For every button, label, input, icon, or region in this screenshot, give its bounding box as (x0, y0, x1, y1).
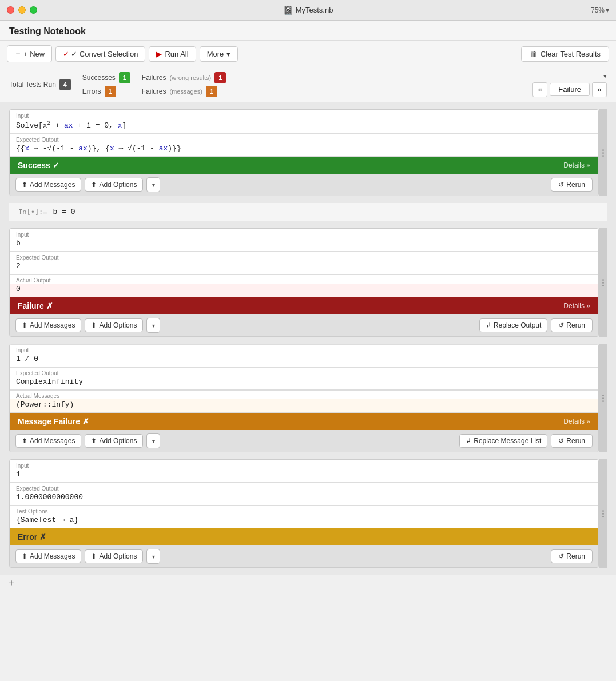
up-icon-4: ⬆ (91, 321, 97, 329)
replace-icon: ↲ (486, 321, 491, 329)
up-icon-7: ⬆ (22, 552, 27, 560)
test2-actual-section: Actual Output 0 (10, 274, 598, 297)
test1-add-messages-button[interactable]: ⬆ Add Messages (15, 178, 81, 192)
test-block-1: Input Solve[x2 + ax + 1 = 0, x] Expected… (9, 109, 607, 196)
maximize-button[interactable] (30, 6, 37, 14)
test3-input-section: Input 1 / 0 (10, 344, 598, 367)
test3-replace-message-button[interactable]: ↲ Replace Message List (459, 434, 547, 448)
check-icon: ✓ (63, 50, 69, 58)
trash-icon: 🗑 (530, 50, 537, 58)
test2-details-link[interactable]: Details » (563, 302, 590, 310)
test4-status-bar: Error ✗ (10, 528, 598, 545)
test4-status-label: Error ✗ (18, 532, 46, 541)
errors-badge: 1 (105, 86, 116, 97)
test2-expected-value: 2 (10, 261, 598, 274)
test1-expected-label: Expected Output (10, 134, 598, 143)
convert-selection-button[interactable]: ✓ ✓ Convert Selection (55, 46, 145, 62)
test3-expected-section: Expected Output ComplexInfinity (10, 367, 598, 390)
test2-actual-label: Actual Output (10, 275, 598, 284)
test3-rerun-button[interactable]: ↺ Rerun (551, 434, 593, 448)
test1-input-value: Solve[x2 + ax + 1 = 0, x] (10, 119, 598, 133)
add-cell-button[interactable]: ＋ (7, 577, 16, 589)
test2-input-value: b (10, 238, 598, 251)
window-title: 📓 MyTests.nb (283, 6, 333, 15)
test-block-4: Input 1 Expected Output 1.0000000000000 … (9, 459, 607, 568)
test1-add-options-button[interactable]: ⬆ Add Options (85, 178, 143, 192)
up-icon-2: ⬆ (91, 181, 97, 189)
failures-msg-badge: 1 (206, 86, 217, 97)
test3-details-link[interactable]: Details » (563, 417, 590, 425)
test4-options-label: Test Options (10, 506, 598, 515)
test4-expected-label: Expected Output (10, 483, 598, 492)
test2-add-options-button[interactable]: ⬆ Add Options (85, 318, 143, 332)
replace-icon-2: ↲ (466, 437, 471, 445)
up-icon: ⬆ (22, 181, 27, 189)
up-icon-3: ⬆ (22, 321, 27, 329)
nav-next-next-button[interactable]: » (592, 82, 607, 97)
chevron-down-icon: ▾ (226, 50, 230, 58)
nav-prev-prev-button[interactable]: « (532, 82, 547, 97)
refresh-icon: ↺ (558, 181, 564, 189)
test3-expected-label: Expected Output (10, 368, 598, 376)
test3-actual-msg-section: Actual Messages (Power::infy) (10, 390, 598, 413)
run-all-button[interactable]: ▶ Run All (149, 46, 196, 62)
test1-details-link[interactable]: Details » (563, 161, 590, 169)
test-block-2: Input b Expected Output 2 Actual Output … (9, 228, 607, 337)
failures-msg-stat: Failures (messages) 1 (142, 86, 226, 97)
test2-expected-section: Expected Output 2 (10, 252, 598, 274)
test2-replace-output-button[interactable]: ↲ Replace Output (479, 318, 547, 332)
test3-add-messages-button[interactable]: ⬆ Add Messages (15, 434, 81, 448)
clear-test-results-button[interactable]: 🗑 Clear Test Results (521, 46, 609, 62)
test4-options-dropdown-button[interactable]: ▾ (146, 549, 160, 564)
test1-rerun-button[interactable]: ↺ Rerun (551, 178, 593, 192)
up-icon-8: ⬆ (91, 552, 97, 560)
more-button[interactable]: More ▾ (200, 46, 239, 62)
test4-expected-section: Expected Output 1.0000000000000 (10, 483, 598, 505)
test1-resize-handle[interactable] (599, 109, 607, 196)
test2-options-dropdown-button[interactable]: ▾ (146, 318, 160, 333)
up-icon-6: ⬆ (91, 437, 97, 445)
test2-rerun-button[interactable]: ↺ Rerun (551, 318, 593, 332)
test3-add-options-button[interactable]: ⬆ Add Options (85, 434, 143, 448)
stats-bar: Total Tests Run 4 Successes 1 Errors 1 F… (0, 67, 616, 102)
test4-add-messages-button[interactable]: ⬆ Add Messages (15, 549, 81, 563)
test3-input-label: Input (10, 345, 598, 353)
test3-expected-value: ComplexInfinity (10, 376, 598, 389)
minimize-button[interactable] (18, 6, 26, 14)
failures-wrong-stat: Failures (wrong results) 1 (142, 72, 226, 83)
test3-resize-handle[interactable] (599, 344, 607, 452)
test2-add-messages-button[interactable]: ⬆ Add Messages (15, 318, 81, 332)
test1-expected-section: Expected Output {{x → -√(-1 - ax)}, {x →… (10, 134, 598, 157)
test4-action-bar: ⬆ Add Messages ⬆ Add Options ▾ ↺ Rerun (10, 545, 598, 567)
test3-input-value: 1 / 0 (10, 353, 598, 367)
test3-actual-msg-value: (Power::infy) (10, 399, 598, 412)
test3-options-dropdown-button[interactable]: ▾ (146, 433, 160, 448)
test4-resize-handle[interactable] (599, 459, 607, 568)
test2-action-bar: ⬆ Add Messages ⬆ Add Options ▾ ↲ Replace… (10, 314, 598, 336)
total-tests-badge: 4 (59, 79, 71, 90)
test1-options-dropdown-button[interactable]: ▾ (146, 177, 160, 192)
refresh-icon-3: ↺ (558, 437, 564, 445)
zoom-control[interactable]: 75% ▾ (591, 6, 609, 14)
test4-rerun-button[interactable]: ↺ Rerun (551, 549, 593, 563)
progress-dropdown-icon[interactable]: ▾ (603, 73, 607, 80)
test2-status-label: Failure ✗ (18, 301, 53, 310)
errors-stat: Errors 1 (82, 86, 130, 97)
test3-actual-msg-label: Actual Messages (10, 391, 598, 399)
successes-badge: 1 (119, 72, 130, 83)
test2-input-label: Input (10, 229, 598, 238)
test4-input-section: Input 1 (10, 460, 598, 483)
test1-expected-value: {{x → -√(-1 - ax)}, {x → √(-1 - ax)}} (10, 143, 598, 156)
test1-input-section: Input Solve[x2 + ax + 1 = 0, x] (10, 110, 598, 134)
nav-controls: « Failure » (532, 82, 607, 97)
test4-add-options-button[interactable]: ⬆ Add Options (85, 549, 143, 563)
refresh-icon-4: ↺ (558, 552, 564, 560)
refresh-icon-2: ↺ (558, 321, 564, 329)
toolbar: ＋ + New ✓ ✓ Convert Selection ▶ Run All … (0, 41, 616, 67)
test1-status-bar: Success ✓ Details » (10, 157, 598, 174)
close-button[interactable] (7, 6, 14, 14)
test2-resize-handle[interactable] (599, 228, 607, 337)
test3-action-bar: ⬆ Add Messages ⬆ Add Options ▾ ↲ Replace… (10, 430, 598, 452)
new-button[interactable]: ＋ + New (7, 45, 52, 62)
failures-wrong-badge: 1 (214, 72, 226, 83)
